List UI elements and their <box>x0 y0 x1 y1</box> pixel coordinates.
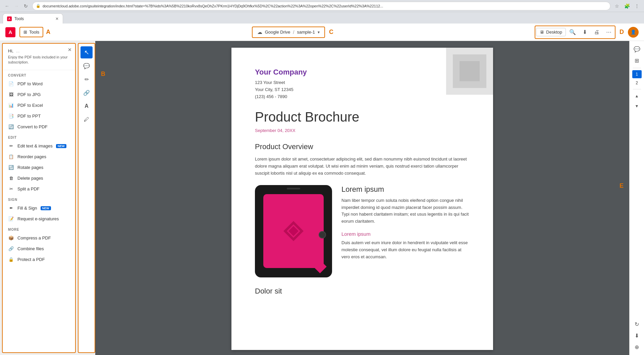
section-more-label: MORE <box>3 224 75 233</box>
sidebar-item-edit-text-images[interactable]: ✏ Edit text & images NEW <box>3 141 75 151</box>
sidebar-item-request-esignatures[interactable]: 📝 Request e-signatures <box>3 214 75 224</box>
sidebar-item-split-pdf[interactable]: ✂ Split a PDF <box>3 184 75 194</box>
fill-sign-icon: ✒ <box>8 205 14 211</box>
breadcrumb-wrapper: ☁ Google Drive / sample-1 ▾ <box>252 27 325 38</box>
pdf-to-ppt-icon: 📑 <box>8 113 14 119</box>
back-button[interactable]: ← <box>3 2 11 10</box>
sidebar-item-pdf-to-word[interactable]: 📄 PDF to Word <box>3 79 75 89</box>
page-number-1[interactable]: 1 <box>632 70 642 78</box>
download-panel-button[interactable]: ⬇ <box>632 330 642 341</box>
pdf-to-ppt-label: PDF to PPT <box>17 114 41 119</box>
browser-action-buttons: ☆ 🧩 ⋮ <box>612 2 641 10</box>
extensions-button[interactable]: 🧩 <box>623 2 631 10</box>
tab-close[interactable]: ✕ <box>55 16 59 21</box>
desktop-button[interactable]: 🖥 Desktop <box>536 28 566 36</box>
pdf-to-excel-label: PDF to Excel <box>17 103 43 108</box>
phone-image <box>255 185 332 277</box>
grid-view-button[interactable]: ⊞ <box>632 55 642 66</box>
combine-files-icon: 🔗 <box>8 246 14 252</box>
page-numbers: 1 2 <box>632 70 642 87</box>
forward-button[interactable]: → <box>12 2 21 10</box>
more-button[interactable]: ⋯ <box>603 27 614 38</box>
annotation-b: B <box>101 71 105 78</box>
pdf-to-jpg-icon: 🖼 <box>8 92 14 98</box>
annotation-c: C <box>329 29 333 36</box>
brochure-date: September 04, 20XX <box>255 128 470 133</box>
cloud-icon: ☁ <box>257 29 262 35</box>
lorem-title: Lorem ipsum <box>341 185 470 194</box>
browser-chrome: ← → ↻ 🔒 documentcloud.adobe.com/gsuitein… <box>0 0 644 12</box>
reload-button[interactable]: ↻ <box>21 2 30 10</box>
sidebar-item-convert-to-pdf[interactable]: 🔄 Convert to PDF <box>3 122 75 132</box>
topbar-right-wrapper: 🖥 Desktop 🔍 ⬇ 🖨 ⋯ <box>535 26 615 39</box>
tab-title: Tools <box>14 16 24 21</box>
download-button[interactable]: ⬇ <box>579 27 590 38</box>
brochure-title: Product Brochure <box>255 109 470 125</box>
stamp-tool-button[interactable]: 🖊 <box>80 114 93 126</box>
right-column: Lorem ipsum Nam liber tempor cum soluta … <box>341 185 470 277</box>
greeting-name: ... <box>16 48 20 53</box>
menu-button[interactable]: ⋮ <box>633 2 641 10</box>
sidebar-item-delete-pages[interactable]: 🗑 Delete pages <box>3 173 75 184</box>
comment-tool-button[interactable]: 💬 <box>80 60 93 72</box>
search-button[interactable]: 🔍 <box>567 27 578 38</box>
two-column-section: Lorem ipsum Nam liber tempor cum soluta … <box>255 185 470 277</box>
user-avatar[interactable]: 👤 <box>628 27 639 38</box>
comment-panel-button[interactable]: 💬 <box>632 44 642 54</box>
lorem-highlight-body: Duis autem vel eum iriure dolor in hendr… <box>341 239 470 260</box>
section-sign-label: SIGN <box>3 194 75 203</box>
tools-button[interactable]: ⊞ Tools <box>21 28 42 36</box>
select-tool-button[interactable]: ↖ <box>80 46 93 58</box>
protect-pdf-icon: 🔒 <box>8 257 14 263</box>
address-bar[interactable]: 🔒 documentcloud.adobe.com/gsuiteintegrat… <box>32 2 610 10</box>
greeting-text: Hi, ... <box>8 48 70 53</box>
sidebar-item-compress-pdf[interactable]: 📦 Compress a PDF <box>3 233 75 243</box>
sidebar-item-rotate-pages[interactable]: 🔃 Rotate pages <box>3 162 75 173</box>
pdf-page: Your Company 123 Your Street Your City, … <box>231 48 493 350</box>
pdf-viewer: Your Company 123 Your Street Your City, … <box>95 41 629 355</box>
zoom-button[interactable]: ⊕ <box>632 342 642 352</box>
sidebar-item-protect-pdf[interactable]: 🔒 Protect a PDF <box>3 254 75 265</box>
breadcrumb-dropdown-icon: ▾ <box>318 30 320 35</box>
pdf-decoration <box>433 48 493 108</box>
breadcrumb-filename: sample-1 <box>297 30 315 35</box>
draw-tool-button[interactable]: ✏ <box>80 73 93 85</box>
bookmark-button[interactable]: ☆ <box>612 2 621 10</box>
active-tab[interactable]: A Tools ✕ <box>3 13 63 24</box>
refresh-button[interactable]: ↻ <box>632 319 642 329</box>
section-sign: SIGN ✒ Fill & Sign NEW 📝 Request e-signa… <box>3 194 75 224</box>
split-pdf-icon: ✂ <box>8 186 14 192</box>
sidebar-item-pdf-to-jpg[interactable]: 🖼 PDF to JPG <box>3 89 75 100</box>
breadcrumb[interactable]: ☁ Google Drive / sample-1 ▾ <box>253 28 324 37</box>
edit-text-images-icon: ✏ <box>8 143 14 149</box>
sidebar-item-combine-files[interactable]: 🔗 Combine files <box>3 243 75 254</box>
nav-down-button[interactable]: ▼ <box>632 101 642 111</box>
section1-title: Product Overview <box>255 142 470 151</box>
text-tool-button[interactable]: A <box>80 100 93 112</box>
tab-favicon: A <box>7 16 12 21</box>
split-pdf-label: Split a PDF <box>17 186 40 191</box>
pdf-to-word-label: PDF to Word <box>17 81 43 86</box>
sidebar-item-pdf-to-ppt[interactable]: 📑 PDF to PPT <box>3 111 75 122</box>
sidebar-close-button[interactable]: ✕ <box>68 47 72 52</box>
request-esignatures-label: Request e-signatures <box>17 216 59 221</box>
link-tool-button[interactable]: 🔗 <box>80 87 93 99</box>
edit-text-new-badge: NEW <box>56 144 66 148</box>
print-button[interactable]: 🖨 <box>591 27 602 38</box>
fill-sign-label: Fill & Sign <box>17 206 37 211</box>
lorem-body: Nam liber tempor cum soluta nobis eleife… <box>341 197 470 225</box>
page-number-2[interactable]: 2 <box>632 79 642 87</box>
sidebar-item-fill-sign[interactable]: ✒ Fill & Sign NEW <box>3 203 75 214</box>
app-topbar: A ⊞ Tools A ☁ Google Drive / sample-1 ▾ … <box>0 24 644 41</box>
sidebar-item-pdf-to-excel[interactable]: 📊 PDF to Excel <box>3 100 75 111</box>
reorder-pages-icon: 📋 <box>8 154 14 160</box>
left-sidebar: ✕ Hi, ... Enjoy the PDF tools included i… <box>2 43 76 353</box>
sidebar-item-reorder-pages[interactable]: 📋 Reorder pages <box>3 151 75 162</box>
annotation-e: E <box>620 182 624 189</box>
pdf-to-jpg-label: PDF to JPG <box>17 92 41 97</box>
nav-up-button[interactable]: ▲ <box>632 91 642 101</box>
panel-divider-1 <box>633 68 641 68</box>
compress-pdf-icon: 📦 <box>8 235 14 241</box>
protect-pdf-label: Protect a PDF <box>17 257 45 262</box>
compress-pdf-label: Compress a PDF <box>17 235 51 240</box>
